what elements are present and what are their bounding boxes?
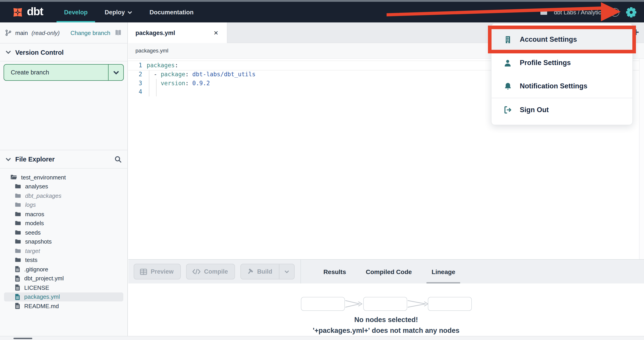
folder-item-seeds[interactable]: seeds: [4, 228, 123, 237]
folder-item-logs[interactable]: logs: [4, 200, 123, 210]
dbt-logo-text: dbt: [27, 6, 43, 18]
folder-icon: [15, 184, 21, 190]
main-nav: DevelopDeployDocumentation: [56, 2, 202, 22]
folder-item-analyses[interactable]: analyses: [4, 182, 123, 191]
file-item-packages.yml[interactable]: packages.yml: [4, 292, 123, 302]
folder-item-macros[interactable]: macros: [4, 210, 123, 219]
top-navbar: dbt DevelopDeployDocumentation dbt Labs …: [0, 2, 644, 22]
create-branch-label: Create branch: [4, 64, 108, 80]
version-control-title: Version Control: [15, 49, 64, 56]
menu-item-profile-settings[interactable]: Profile Settings: [492, 51, 632, 74]
org-folder-icon: [540, 9, 547, 15]
scrollbar-thumb[interactable]: [14, 338, 32, 339]
bottom-toolbar: PreviewCompileBuild ResultsCompiled Code…: [128, 259, 644, 284]
gear-icon[interactable]: [626, 7, 636, 17]
folder-item-models[interactable]: models: [4, 219, 123, 228]
tab-packages-yml[interactable]: packages.yml ✕: [128, 22, 227, 43]
line-number: 2: [128, 71, 147, 78]
menu-item-account-settings[interactable]: Account Settings: [492, 29, 632, 50]
tree-item-label: packages.yml: [24, 294, 60, 300]
code-text: - package: dbt-labs/dbt_utils: [147, 71, 256, 78]
git-branch-icon: [5, 29, 12, 36]
folder-icon: [15, 193, 21, 199]
toolbar-divider: [300, 260, 301, 284]
current-branch-name: main: [15, 30, 28, 36]
bell-icon: [503, 82, 512, 91]
branch-bar: main (read-only) Change branch: [0, 22, 127, 44]
editor-scrollbar[interactable]: [639, 59, 644, 259]
breadcrumb-file: packages.yml: [136, 48, 168, 54]
folder-item-dbt_packages[interactable]: dbt_packages: [4, 191, 123, 200]
panel-tab-compiled-code[interactable]: Compiled Code: [356, 260, 422, 284]
settings-dropdown-menu: Account SettingsProfile SettingsNotifica…: [491, 23, 633, 125]
tree-item-label: LICENSE: [24, 284, 49, 291]
file-item-.gitignore[interactable]: .gitignore: [4, 265, 123, 274]
preview-button[interactable]: Preview: [134, 264, 181, 280]
folder-icon: [15, 257, 21, 263]
compile-button[interactable]: Compile: [186, 264, 235, 280]
create-branch-button[interactable]: Create branch: [4, 64, 124, 81]
lineage-canvas[interactable]: No nodes selected! '+packages.yml+' does…: [128, 284, 644, 340]
change-branch-link[interactable]: Change branch: [70, 30, 110, 36]
file-tree: test_environmentanalysesdbt_packageslogs…: [0, 169, 127, 310]
menu-item-label: Sign Out: [520, 106, 549, 114]
nav-item-label: Develop: [64, 9, 88, 16]
window-top-strip: [0, 0, 644, 2]
navbar-right: dbt Labs / Analytics ?: [540, 7, 644, 17]
line-number: 3: [128, 80, 147, 86]
folder-icon: [15, 202, 21, 208]
build-button[interactable]: Build: [240, 264, 295, 280]
folder-icon: [15, 239, 21, 245]
chevron-down-icon: [6, 50, 11, 54]
folder-item-target[interactable]: target: [4, 246, 123, 256]
button-label: Build: [257, 268, 279, 275]
menu-item-sign-out[interactable]: Sign Out: [492, 98, 632, 122]
sidebar: main (read-only) Change branch Version C…: [0, 22, 128, 336]
person-icon: [503, 58, 512, 68]
tree-item-label: .gitignore: [24, 266, 48, 273]
file-item-LICENSE[interactable]: LICENSE: [4, 283, 123, 292]
folder-item-test_environment[interactable]: test_environment: [4, 173, 123, 182]
nav-item-documentation[interactable]: Documentation: [141, 2, 202, 22]
docs-book-icon[interactable]: [114, 29, 122, 36]
tree-item-label: tests: [25, 257, 38, 264]
results-tabs: ResultsCompiled CodeLineage: [314, 260, 465, 284]
build-options-caret[interactable]: [279, 264, 294, 279]
nav-item-deploy[interactable]: Deploy: [96, 2, 141, 22]
chevron-down-icon: [6, 157, 11, 161]
tree-item-label: target: [25, 248, 40, 254]
file-item-dbt_project.yml[interactable]: dbt_project.yml: [4, 274, 123, 283]
dbt-logo[interactable]: dbt: [12, 6, 43, 18]
building-icon: [503, 35, 512, 44]
nav-item-label: Deploy: [105, 9, 125, 16]
tree-item-label: models: [25, 220, 44, 227]
file-icon: [15, 266, 20, 272]
version-control-header[interactable]: Version Control: [0, 44, 127, 62]
tree-item-label: macros: [25, 211, 44, 218]
create-branch-caret[interactable]: [108, 64, 123, 80]
folder-item-tests[interactable]: tests: [4, 256, 123, 265]
indent-guide: [149, 70, 149, 96]
chevron-down-icon: [128, 11, 132, 14]
file-explorer-title: File Explorer: [15, 156, 55, 163]
tree-item-label: snapshots: [25, 238, 52, 245]
search-icon[interactable]: [114, 156, 122, 163]
file-explorer-header[interactable]: File Explorer: [0, 150, 127, 169]
folder-open-icon: [10, 174, 17, 180]
panel-tab-results[interactable]: Results: [314, 260, 356, 284]
file-icon: [15, 294, 20, 300]
nav-item-develop[interactable]: Develop: [56, 2, 96, 22]
account-project-label[interactable]: dbt Labs / Analytics: [554, 9, 604, 16]
folder-icon: [15, 248, 21, 254]
tree-item-label: seeds: [25, 229, 40, 236]
file-item-README.md[interactable]: README.md: [4, 302, 123, 310]
sign-out-icon: [503, 106, 512, 114]
panel-tab-lineage[interactable]: Lineage: [422, 260, 465, 284]
folder-item-snapshots[interactable]: snapshots: [4, 237, 123, 246]
tree-item-label: dbt_packages: [25, 192, 62, 199]
branch-readonly-label: (read-only): [32, 30, 60, 36]
help-icon[interactable]: ?: [611, 8, 619, 16]
menu-item-notification-settings[interactable]: Notification Settings: [492, 74, 632, 98]
line-number: 1: [128, 62, 147, 69]
close-icon[interactable]: ✕: [214, 30, 218, 36]
